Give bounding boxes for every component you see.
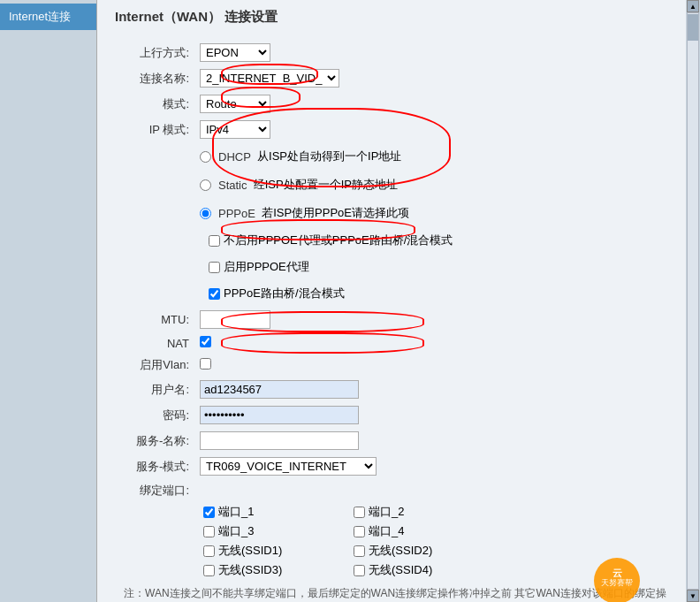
vlan-label: 启用Vlan: — [115, 354, 194, 377]
no-proxy-row: 不启用PPPOE代理或PPPoE路由桥/混合模式 — [115, 227, 668, 254]
nat-row: NAT — [115, 332, 668, 354]
service-name-row: 服务-名称: — [115, 428, 668, 453]
scroll-thumb[interactable] — [688, 14, 698, 41]
username-label: 用户名: — [115, 377, 194, 402]
scroll-up-button[interactable]: ▲ — [687, 0, 699, 12]
bridge-mix-row: PPPoE路由桥/混合模式 — [115, 280, 668, 307]
dhcp-radio[interactable] — [200, 151, 211, 163]
ssid4-checkbox[interactable] — [354, 565, 365, 576]
password-value-cell — [194, 402, 668, 428]
mode-select[interactable]: Route — [200, 95, 270, 113]
conn-name-select[interactable]: 2_INTERNET_B_VID_ — [200, 69, 339, 88]
ip-mode-select[interactable]: IPv4 — [200, 120, 270, 139]
settings-form: 上行方式: EPON 连接名称: 2_INTERNET_B_VID_ 模式: — [115, 40, 668, 502]
pppoe-desc: 若ISP使用PPPoE请选择此项 — [262, 205, 409, 221]
port3-label: 端口_3 — [218, 523, 254, 539]
port3-item: 端口_3 — [203, 523, 336, 539]
uplink-row: 上行方式: EPON — [115, 40, 668, 65]
uplink-select[interactable]: EPON — [200, 43, 270, 62]
ssid3-item: 无线(SSID3) — [203, 562, 336, 578]
nat-checkbox[interactable] — [200, 336, 211, 347]
bind-port-label: 绑定端口: — [115, 479, 194, 502]
enable-proxy-option: 启用PPPOE代理 — [200, 257, 663, 277]
pppoe-radio-cell: PPPoE 若ISP使用PPPoE请选择此项 — [194, 199, 668, 227]
username-row: 用户名: — [115, 377, 668, 402]
mode-value-cell: Route — [194, 91, 668, 117]
conn-name-label: 连接名称: — [115, 65, 194, 91]
service-name-value-cell — [194, 428, 668, 453]
service-name-label: 服务-名称: — [115, 428, 194, 453]
ip-mode-label: IP 模式: — [115, 117, 194, 142]
mtu-label: MTU: — [115, 307, 194, 332]
port4-label: 端口_4 — [369, 523, 404, 539]
service-mode-label: 服务-模式: — [115, 453, 194, 479]
ssid4-label: 无线(SSID4) — [369, 562, 432, 578]
scroll-down-button[interactable]: ▼ — [687, 590, 699, 602]
uplink-label: 上行方式: — [115, 40, 194, 65]
conn-name-row: 连接名称: 2_INTERNET_B_VID_ — [115, 65, 668, 91]
mode-row: 模式: Route — [115, 91, 668, 117]
main-content: Internet（WAN） 连接设置 上行方式: EPON 连接名称: 2_IN… — [97, 0, 686, 602]
username-input[interactable] — [200, 380, 359, 399]
pppoe-row: PPPoE 若ISP使用PPPoE请选择此项 — [115, 199, 668, 227]
form-wrapper: Internet（WAN） 连接设置 上行方式: EPON 连接名称: 2_IN… — [115, 9, 668, 602]
port-grid-inner: 端口_1 端口_2 端口_3 端口_4 无线(SSID1) — [203, 504, 486, 578]
vlan-checkbox[interactable] — [200, 358, 211, 370]
nat-label: NAT — [115, 332, 194, 354]
sidebar-item-internet[interactable]: Internet连接 — [0, 4, 96, 30]
service-name-input[interactable] — [200, 431, 359, 450]
static-label: Static — [218, 179, 247, 192]
no-proxy-checkbox[interactable] — [209, 235, 220, 247]
bridge-mix-label: PPPoE路由桥/混合模式 — [224, 286, 345, 301]
ssid1-label: 无线(SSID1) — [218, 543, 282, 559]
scroll-track — [687, 12, 699, 590]
pppoe-radio[interactable] — [200, 208, 211, 219]
nat-value-cell — [194, 332, 668, 354]
ssid2-checkbox[interactable] — [354, 545, 365, 557]
port3-checkbox[interactable] — [203, 526, 215, 537]
password-input[interactable] — [200, 406, 359, 424]
mtu-value-cell: 1492 — [194, 307, 668, 332]
sidebar-item-label: Internet连接 — [9, 10, 71, 23]
bridge-mix-cell: PPPoE路由桥/混合模式 — [194, 280, 668, 307]
mtu-input[interactable]: 1492 — [200, 310, 270, 329]
port2-checkbox[interactable] — [354, 507, 365, 518]
enable-proxy-row: 启用PPPOE代理 — [115, 254, 668, 280]
ssid3-checkbox[interactable] — [203, 565, 215, 576]
ip-mode-row: IP 模式: IPv4 — [115, 117, 668, 142]
dhcp-radio-cell: DHCP 从ISP处自动得到一个IP地址 — [194, 142, 668, 171]
svg-text:云: 云 — [612, 568, 622, 578]
no-proxy-cell: 不启用PPPOE代理或PPPoE路由桥/混合模式 — [194, 227, 668, 254]
service-mode-value-cell: TR069_VOICE_INTERNET — [194, 453, 668, 479]
ssid1-checkbox[interactable] — [203, 545, 215, 557]
ip-mode-value-cell: IPv4 — [194, 117, 668, 142]
vlan-value-cell — [194, 354, 668, 377]
enable-proxy-cell: 启用PPPOE代理 — [194, 254, 668, 280]
dhcp-desc: 从ISP处自动得到一个IP地址 — [257, 149, 401, 164]
port2-item: 端口_2 — [354, 504, 486, 520]
port4-checkbox[interactable] — [354, 526, 365, 537]
username-value-cell — [194, 377, 668, 402]
ssid3-label: 无线(SSID3) — [218, 562, 282, 578]
port1-item: 端口_1 — [203, 504, 336, 520]
pppoe-option: PPPoE 若ISP使用PPPoE请选择此项 — [200, 202, 663, 224]
enable-proxy-checkbox[interactable] — [209, 262, 220, 273]
bridge-mix-checkbox[interactable] — [209, 288, 220, 300]
conn-name-value-cell: 2_INTERNET_B_VID_ — [194, 65, 668, 91]
ssid4-item: 无线(SSID4) — [354, 562, 486, 578]
static-row: Static 经ISP处配置一个IP静态地址 — [115, 171, 668, 199]
port2-label: 端口_2 — [369, 504, 404, 520]
mtu-row: MTU: 1492 — [115, 307, 668, 332]
dhcp-radio-placeholder — [115, 142, 194, 171]
brand-area: 天努赛帮 云 — [593, 557, 642, 602]
bind-port-row: 绑定端口: — [115, 479, 668, 502]
port1-label: 端口_1 — [218, 504, 254, 520]
mode-label: 模式: — [115, 91, 194, 117]
sidebar: Internet连接 — [0, 0, 97, 602]
service-mode-select[interactable]: TR069_VOICE_INTERNET — [200, 457, 377, 476]
static-radio[interactable] — [200, 179, 211, 191]
note-text: 注：WAN连接之间不能共享绑定端口，最后绑定定的WAN连接绑定操作将冲掉之前 其… — [124, 585, 668, 602]
ssid1-item: 无线(SSID1) — [203, 543, 336, 559]
port1-checkbox[interactable] — [203, 507, 215, 518]
note-content: 注：WAN连接之间不能共享绑定端口，最后绑定定的WAN连接绑定操作将冲掉之前 其… — [124, 587, 666, 602]
